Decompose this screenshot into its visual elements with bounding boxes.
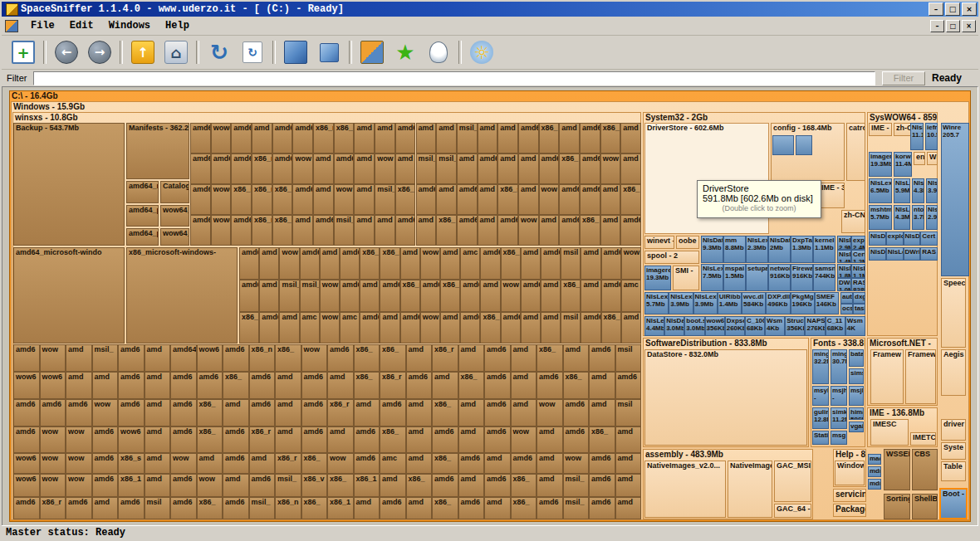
close-button[interactable]: × <box>962 2 977 16</box>
titlebar[interactable]: SpaceSniffer 1.1.4.0 - www.uderzo.it - [… <box>2 2 978 17</box>
treemap-block[interactable]: C_100 68Kb <box>745 316 765 336</box>
treemap-block[interactable]: wow <box>327 453 354 474</box>
treemap-block[interactable]: NlsLexi 2.3Mb <box>746 236 768 263</box>
mdi-document-icon[interactable] <box>5 20 18 32</box>
treemap-block[interactable]: amc <box>340 312 360 344</box>
treemap-block[interactable]: amd64_pm <box>126 228 159 246</box>
treemap-block[interactable]: x86_ <box>197 497 223 519</box>
treemap-block[interactable]: vga866 8Kb <box>849 422 864 432</box>
treemap-block[interactable]: amd <box>615 453 642 474</box>
treemap-block[interactable]: x86_ <box>563 372 590 399</box>
treemap-block[interactable]: x86_ <box>197 426 223 453</box>
treemap-block[interactable]: amd64_p <box>126 205 159 227</box>
treemap-block[interactable]: wow6 <box>13 372 40 399</box>
treemap-block[interactable]: msg <box>831 431 847 445</box>
treemap-block[interactable]: x86_ <box>511 497 537 519</box>
treemap-block[interactable]: amd <box>518 154 539 184</box>
treemap-block[interactable]: amd6 <box>601 247 621 280</box>
treemap-block[interactable]: amd6 <box>231 154 252 184</box>
treemap-block[interactable]: Struct 356Kb <box>785 316 805 336</box>
treemap-block[interactable]: autoc <box>840 292 853 304</box>
treemap-block[interactable]: x86_ <box>501 247 521 280</box>
treemap-block[interactable]: amd6 <box>589 497 615 519</box>
treemap-block[interactable]: amd <box>484 453 511 474</box>
menu-file[interactable]: File <box>23 18 62 33</box>
treemap-block[interactable]: imagere 19.3Mb <box>644 266 671 290</box>
treemap-block[interactable]: Packages - 64. <box>833 504 866 517</box>
less-detail-button[interactable] <box>279 37 312 67</box>
treemap-block[interactable]: amd6 <box>380 497 406 519</box>
treemap-block[interactable]: amd6 <box>118 344 145 372</box>
treemap-block[interactable]: Speec <box>941 278 966 348</box>
treemap-block[interactable]: x86_r <box>252 215 272 246</box>
treemap-block[interactable]: iefra 10.5M <box>925 123 938 150</box>
treemap-block[interactable]: NlsD 1.4M <box>837 250 851 263</box>
back-button[interactable]: ← <box>50 37 83 67</box>
mdi-minimize-button[interactable]: – <box>930 20 944 32</box>
treemap-block[interactable]: wow <box>40 474 66 497</box>
treemap-block[interactable]: amd <box>600 215 621 246</box>
treemap-block[interactable]: setupap <box>746 264 768 291</box>
treemap-block[interactable]: amd6 <box>340 247 360 280</box>
refresh-button[interactable]: ↻ <box>203 37 236 67</box>
treemap-block[interactable]: x86_s <box>118 453 145 474</box>
treemap-block[interactable]: amd <box>436 184 457 215</box>
treemap-block[interactable]: amd6 <box>272 123 293 154</box>
treemap-block[interactable]: amd <box>541 312 561 344</box>
treemap-block[interactable]: NlsLe 11.1M <box>910 123 924 150</box>
treemap-block[interactable]: amd6 <box>223 426 249 453</box>
treemap-block[interactable]: RAS 828K <box>851 278 865 291</box>
treemap-block[interactable]: amd <box>458 344 485 372</box>
treemap-block[interactable]: amd6 <box>521 280 541 312</box>
treemap-block[interactable]: wow <box>600 154 621 184</box>
treemap-block[interactable]: amd <box>354 184 375 215</box>
treemap-block[interactable]: msil <box>615 399 642 426</box>
treemap-block[interactable]: x86_r <box>432 344 458 372</box>
treemap-block[interactable]: Cert <box>920 232 938 246</box>
treemap-block[interactable]: amd <box>440 312 460 344</box>
treemap-block[interactable]: amd6 <box>484 344 511 372</box>
treemap-block[interactable]: driver <box>941 419 966 441</box>
treemap-block[interactable]: amd <box>145 399 171 426</box>
treemap-block[interactable]: amd6 <box>457 215 478 246</box>
treemap-block[interactable]: ming_ 30.7M <box>831 349 847 384</box>
treemap-block[interactable]: wow <box>66 474 92 497</box>
treemap-block[interactable]: amd64_mic <box>126 181 159 203</box>
treemap-block[interactable]: amd6 <box>197 372 223 399</box>
treemap-block[interactable]: x86_ <box>301 497 328 519</box>
treemap-block[interactable]: amd <box>537 474 563 497</box>
treemap-block[interactable]: amd <box>478 215 498 246</box>
treemap-block[interactable]: amd6 <box>301 426 328 453</box>
menu-edit[interactable]: Edit <box>62 18 101 33</box>
treemap-block[interactable]: amd6 <box>460 312 480 344</box>
treemap-block[interactable]: amd6 <box>395 215 416 246</box>
treemap-block[interactable]: amd <box>480 280 500 312</box>
treemap-block[interactable]: wow6 <box>40 372 66 399</box>
home-button[interactable]: ⌂ <box>159 37 193 67</box>
show-unknown-space-button[interactable] <box>422 37 455 67</box>
treemap-block[interactable]: amd6 <box>313 215 334 246</box>
treemap-block[interactable]: amd <box>66 372 92 399</box>
treemap-block[interactable]: x86_r <box>600 123 621 154</box>
treemap-block[interactable]: amd <box>589 399 615 426</box>
treemap-block[interactable]: amd <box>354 497 380 519</box>
treemap-block[interactable]: ntosk 3.7M <box>912 205 924 230</box>
treemap-block[interactable]: explo 2.4M <box>851 236 865 250</box>
treemap-block[interactable]: amd64_micr <box>190 154 211 184</box>
treemap-block[interactable]: amd6 <box>354 453 380 474</box>
treemap-block[interactable]: amd6 <box>223 344 249 372</box>
treemap-block[interactable]: wow <box>334 184 355 215</box>
treemap-block[interactable]: wvc.dl 584Kb <box>742 292 766 314</box>
treemap-block[interactable]: x86_r <box>380 247 399 280</box>
treemap-block[interactable]: amd <box>537 426 563 453</box>
treemap-block[interactable]: amd <box>354 154 375 184</box>
treemap-block[interactable]: amd <box>478 123 498 154</box>
treemap-block[interactable]: Wind <box>927 152 938 165</box>
treemap-block[interactable]: x86_ <box>432 399 458 426</box>
treemap-block[interactable]: amd <box>292 215 313 246</box>
treemap-block[interactable]: msil <box>145 497 171 519</box>
treemap-block[interactable]: amd <box>145 344 171 372</box>
treemap-block[interactable]: amd6 <box>484 372 511 399</box>
treemap-block[interactable]: mm 8.8Mb <box>723 236 746 263</box>
treemap-block[interactable]: amd6 <box>420 280 440 312</box>
